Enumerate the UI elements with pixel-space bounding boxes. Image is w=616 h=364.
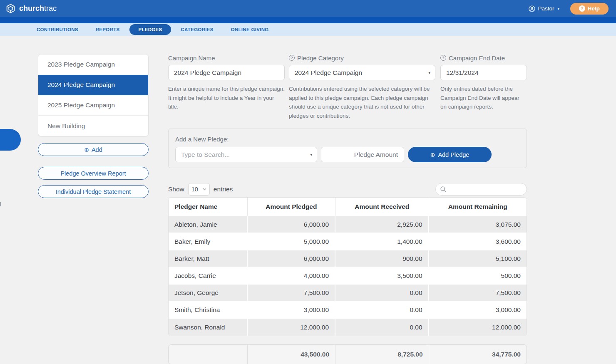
sidebar-item-2023-pledge-campaign[interactable]: 2023 Pledge Campaign xyxy=(38,54,148,75)
pledger-name-cell: Barker, Matt xyxy=(169,250,248,267)
pledger-name-cell: Jetson, George xyxy=(169,285,248,302)
table-row[interactable]: Barker, Matt 6,000.00 900.00 5,100.00 xyxy=(169,250,527,267)
campaign-form: Campaign Name Enter a unique name for th… xyxy=(168,54,527,129)
amount-received-cell: 0.00 xyxy=(335,302,429,319)
pledger-search-select[interactable]: Type to Search... ▾ xyxy=(175,147,317,162)
column-header-pledger-name[interactable]: Pledger Name xyxy=(169,198,248,216)
amount-remaining-cell: 12,000.00 xyxy=(429,319,527,336)
tab-pledges[interactable]: PLEDGES xyxy=(129,24,171,35)
entries-label: entries xyxy=(214,186,233,193)
individual-pledge-statement-label: Individual Pledge Statement xyxy=(56,188,131,195)
tab-categories[interactable]: CATEGORIES xyxy=(181,27,214,32)
campaign-end-date-helper: Only entries dated before the Campaign E… xyxy=(440,84,527,111)
amount-remaining-cell: 5,100.00 xyxy=(429,250,527,267)
campaign-end-date-label: ? Campaign End Date xyxy=(440,54,527,62)
page-body: 2023 Pledge Campaign2024 Pledge Campaign… xyxy=(0,36,616,364)
amount-received-cell: 3,500.00 xyxy=(335,267,429,285)
pledge-overview-report-button[interactable]: Pledge Overview Report xyxy=(38,167,149,180)
pledge-amount-input[interactable] xyxy=(321,147,404,162)
pledge-category-field: ? Pledge Category 2024 Pledge Campaign ▾… xyxy=(289,54,435,129)
question-circle-icon[interactable]: ? xyxy=(440,55,446,61)
brand-text-light: trac xyxy=(44,4,57,12)
add-pledge-label: Add Pledge xyxy=(438,151,469,158)
column-header-amount-pledged[interactable]: Amount Pledged xyxy=(248,198,336,216)
sidebar-item-2024-pledge-campaign[interactable]: 2024 Pledge Campaign xyxy=(38,75,148,95)
topbar-right: Pastor ▾ ? Help xyxy=(529,3,609,15)
tab-reports[interactable]: REPORTS xyxy=(96,27,120,32)
help-label: Help xyxy=(588,5,600,12)
campaign-name-label: Campaign Name xyxy=(168,54,285,62)
add-new-pledge-controls: Type to Search... ▾ ⊕ Add Pledge xyxy=(175,147,520,162)
campaign-end-date-input[interactable] xyxy=(440,65,527,80)
page-size-select[interactable]: 10 xyxy=(188,183,210,196)
table-row[interactable]: Swanson, Ronald 12,000.00 0.00 12,000.00 xyxy=(169,319,527,336)
individual-pledge-statement-button[interactable]: Individual Pledge Statement xyxy=(38,185,149,198)
total-amount-received: 8,725.00 xyxy=(335,345,429,364)
table-controls: Show 10 entries xyxy=(168,183,527,196)
help-button[interactable]: ? Help xyxy=(570,3,609,15)
chevron-down-icon: ▾ xyxy=(557,7,559,11)
amount-pledged-cell: 7,500.00 xyxy=(248,285,336,302)
pledge-overview-report-label: Pledge Overview Report xyxy=(60,170,126,177)
plus-circle-icon: ⊕ xyxy=(430,152,435,158)
show-label: Show xyxy=(168,186,184,193)
amount-pledged-cell: 12,000.00 xyxy=(248,319,336,336)
amount-pledged-cell: 5,000.00 xyxy=(248,233,336,250)
table-row[interactable]: Jetson, George 7,500.00 0.00 7,500.00 xyxy=(169,285,527,302)
slideout-handle[interactable] xyxy=(0,129,21,151)
amount-pledged-cell: 6,000.00 xyxy=(248,250,336,267)
add-new-pledge-title: Add a New Pledge: xyxy=(175,136,520,143)
amount-received-cell: 900.00 xyxy=(335,250,429,267)
pledger-name-cell: Baker, Emily xyxy=(169,233,248,250)
total-amount-pledged: 43,500.00 xyxy=(248,345,336,364)
campaign-name-field: Campaign Name Enter a unique name for th… xyxy=(168,54,285,129)
sidebar-item-2025-pledge-campaign[interactable]: 2025 Pledge Campaign xyxy=(38,95,148,116)
chevron-down-icon xyxy=(203,188,206,191)
user-menu[interactable]: Pastor ▾ xyxy=(529,5,559,12)
table-row[interactable]: Jacobs, Carrie 4,000.00 3,500.00 500.00 xyxy=(169,267,527,285)
table-search-input[interactable] xyxy=(449,186,522,193)
amount-received-cell: 0.00 xyxy=(335,285,429,302)
column-header-amount-remaining[interactable]: Amount Remaining xyxy=(429,198,527,216)
select-caret-icon: ▾ xyxy=(428,71,430,75)
pledge-table: Pledger Name Amount Pledged Amount Recei… xyxy=(168,197,527,336)
brand-text: churchtrac xyxy=(19,4,57,13)
column-header-amount-received[interactable]: Amount Received xyxy=(335,198,429,216)
pledger-search-placeholder: Type to Search... xyxy=(181,151,230,158)
pledger-name-cell: Smith, Christina xyxy=(169,302,248,319)
user-icon xyxy=(529,5,535,12)
add-pledge-button[interactable]: ⊕ Add Pledge xyxy=(408,147,492,162)
tab-contributions[interactable]: CONTRIBUTIONS xyxy=(37,27,78,32)
brand-logo[interactable]: churchtrac xyxy=(5,3,57,14)
add-campaign-button[interactable]: ⊕ Add xyxy=(38,143,149,156)
table-search-box xyxy=(435,183,527,196)
campaign-list: 2023 Pledge Campaign2024 Pledge Campaign… xyxy=(38,54,149,136)
sidebar-item-new-building[interactable]: New Building xyxy=(38,116,148,136)
table-row[interactable]: Smith, Christina 3,000.00 0.00 3,000.00 xyxy=(169,302,527,319)
table-row[interactable]: Baker, Emily 5,000.00 1,400.00 3,600.00 xyxy=(169,233,527,250)
churchtrac-logo-icon xyxy=(5,3,16,14)
amount-pledged-cell: 4,000.00 xyxy=(248,267,336,285)
table-row[interactable]: Ableton, Jamie 6,000.00 2,925.00 3,075.0… xyxy=(169,216,527,233)
pledger-name-cell: Swanson, Ronald xyxy=(169,319,248,336)
plus-circle-icon: ⊕ xyxy=(84,147,89,153)
help-question-icon: ? xyxy=(579,5,585,12)
campaign-sidebar: 2023 Pledge Campaign2024 Pledge Campaign… xyxy=(38,54,149,198)
pledger-name-cell: Ableton, Jamie xyxy=(169,216,248,233)
amount-remaining-cell: 3,000.00 xyxy=(429,302,527,319)
tab-online-giving[interactable]: ONLINE GIVING xyxy=(231,27,269,32)
app-header: churchtrac Pastor ▾ ? Help xyxy=(0,0,616,17)
campaign-end-date-field: ? Campaign End Date Only entries dated b… xyxy=(440,54,527,129)
amount-remaining-cell: 7,500.00 xyxy=(429,285,527,302)
module-nav-tabs: CONTRIBUTIONSREPORTSPLEDGESCATEGORIESONL… xyxy=(37,24,268,35)
pledge-category-label: ? Pledge Category xyxy=(289,54,435,62)
amount-received-cell: 1,400.00 xyxy=(335,233,429,250)
pledge-category-value: 2024 Pledge Campaign xyxy=(295,69,362,77)
header-accent-strip xyxy=(0,17,616,23)
campaign-name-helper: Enter a unique name for this pledge camp… xyxy=(168,84,285,111)
amount-pledged-cell: 3,000.00 xyxy=(248,302,336,319)
pledge-category-select[interactable]: 2024 Pledge Campaign ▾ xyxy=(289,65,435,80)
question-circle-icon[interactable]: ? xyxy=(289,55,295,61)
module-nav: CONTRIBUTIONSREPORTSPLEDGESCATEGORIESONL… xyxy=(0,23,616,36)
campaign-name-input[interactable] xyxy=(168,65,285,80)
